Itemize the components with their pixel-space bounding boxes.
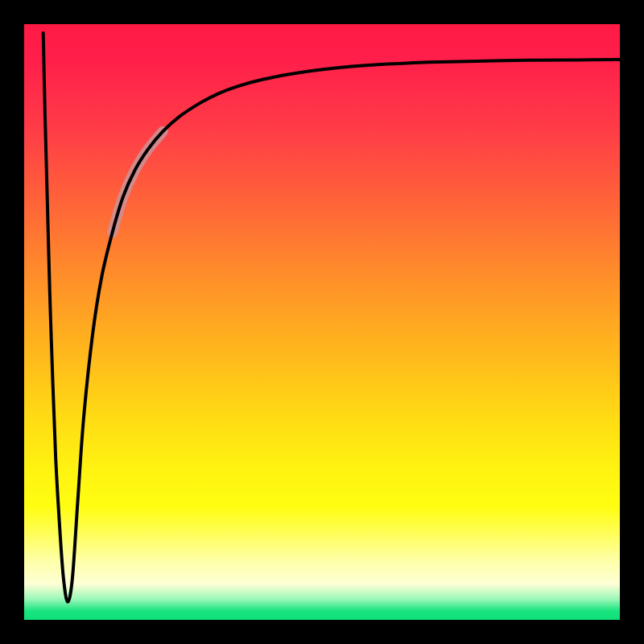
chart-container: { "attribution": "TheBottleneck.com", "c… (0, 0, 644, 644)
bottleneck-chart (0, 0, 644, 644)
plot-area (24, 24, 620, 620)
gradient-background (24, 24, 620, 620)
